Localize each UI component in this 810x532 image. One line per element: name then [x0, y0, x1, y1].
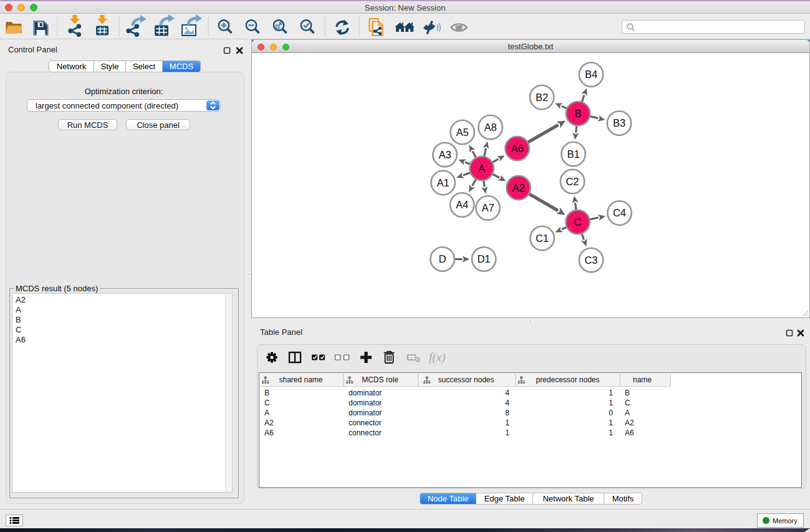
svg-text:C1: C1	[536, 233, 549, 244]
svg-text:B1: B1	[567, 148, 579, 160]
svg-text:C2: C2	[566, 176, 579, 187]
svg-text:B: B	[574, 108, 581, 119]
svg-text:A2: A2	[512, 182, 524, 193]
svg-text:A4: A4	[456, 199, 468, 210]
svg-text:C4: C4	[613, 207, 626, 218]
svg-text:D: D	[439, 253, 446, 264]
svg-text:A8: A8	[484, 122, 496, 133]
svg-text:A1: A1	[436, 177, 449, 188]
svg-text:D1: D1	[477, 253, 490, 264]
svg-text:B2: B2	[536, 92, 548, 103]
svg-text:B4: B4	[585, 69, 597, 80]
svg-text:A3: A3	[438, 149, 451, 160]
svg-text:C3: C3	[584, 254, 597, 266]
svg-text:A7: A7	[481, 202, 494, 213]
svg-text:A5: A5	[456, 127, 468, 138]
svg-text:f(x): f(x)	[429, 351, 445, 364]
svg-text:A: A	[478, 163, 485, 174]
svg-text:C: C	[574, 216, 582, 228]
svg-text:B3: B3	[613, 117, 625, 128]
svg-text:A6: A6	[511, 143, 523, 154]
